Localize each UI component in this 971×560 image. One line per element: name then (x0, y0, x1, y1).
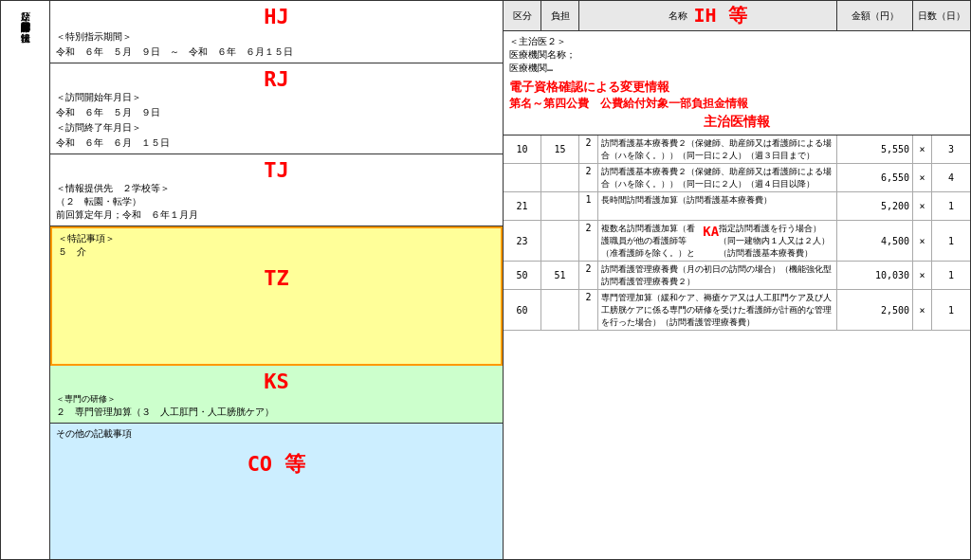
kubun-cell (504, 164, 541, 191)
right-panel: 区分 負担 名称 IH 等 金額（円） 日数（日） ＜主治医２＞ 医療機関名称；… (504, 1, 970, 559)
section-senmon: KS ＜専門の研修＞ ２ 専門管理加算（３ 人工肛門・人工膀胱ケア） (50, 366, 503, 424)
col-futan: 負担 (541, 1, 579, 30)
left-panel-text: 始及び終了年月日・訪問開始年月日・訪問終了年等の状況・情報 (19, 5, 32, 26)
futan-cell: 51 (541, 262, 579, 289)
jouhou-label: ＜情報提供先 ２学校等＞ (56, 182, 497, 195)
table-row: 50512訪問看護管理療養費（月の初日の訪問の場合）（機能強化型訪問看護管理療養… (504, 262, 970, 290)
nissuu-cell: 3 (932, 135, 970, 163)
nissuu-cell: 1 (932, 192, 970, 220)
info-change-notice: 電子資格確認による変更情報 (509, 79, 964, 96)
table-row: 232複数名訪問看護加算（看護職員が他の看護師等（准看護師を除く。）と KA 指… (504, 221, 970, 262)
right-info-section: ＜主治医２＞ 医療機関名称； 医療機関… 電子資格確認による変更情報 第名～第四… (504, 31, 970, 135)
kubun-cell: 23 (504, 221, 541, 261)
table-row: 211長時間訪問看護加算（訪問看護基本療養費）5,200×1 (504, 192, 970, 221)
houmon-shuryo-label: ＜訪問終了年月日＞ (56, 121, 497, 135)
col-name-label: 名称 (669, 9, 687, 23)
desc-cell: 専門管理加算（緩和ケア、褥瘡ケア又は人工肛門ケア及び人工膀胱ケアに係る専門の研修… (598, 290, 837, 330)
info-koseki: 第名～第四公費 公費給付対象一部負担金情報 (509, 96, 964, 112)
kingaku-cell: 6,550 (837, 164, 913, 191)
kingaku-cell: 5,550 (837, 135, 913, 163)
info-kikan2: 医療機関… (509, 62, 964, 75)
kubun-cell: 60 (504, 290, 541, 330)
col-nissuu: 日数（日） (913, 1, 970, 30)
col-kubun: 区分 (504, 1, 541, 30)
ko-cell: 2 (579, 290, 598, 330)
ka-label: KA (703, 223, 719, 242)
info-kikan: 医療機関名称； (509, 48, 964, 62)
kingaku-cell: 5,200 (837, 192, 913, 220)
col-name-ih: 名称 IH 等 (579, 1, 837, 30)
section-houmon: RJ ＜訪問開始年月日＞ 令和 ６年 ５月 ９日 ＜訪問終了年月日＞ 令和 ６年… (50, 63, 503, 154)
tokubetsu-value: 令和 ６年 ５月 ９日 ～ 令和 ６年 ６月１５日 (56, 45, 497, 59)
desc-cell: 複数名訪問看護加算（看護職員が他の看護師等（准看護師を除く。）と KA 指定訪問… (598, 221, 837, 261)
houmon-shuryo-value: 令和 ６年 ６月 １５日 (56, 136, 497, 150)
info-title: ＜主治医２＞ (509, 35, 964, 48)
jouhou-value2: 前回算定年月；令和 ６年１月月 (56, 208, 497, 222)
jouhou-value1: （２ 転園・転学） (56, 195, 497, 208)
houmon-kaishi-value: 令和 ６年 ５月 ９日 (56, 106, 497, 119)
ks-label: KS (56, 370, 497, 393)
tj-label: TJ (56, 158, 497, 182)
co-label: CO 等 (56, 450, 497, 479)
futan-cell (541, 221, 579, 261)
ko-cell: 1 (579, 192, 598, 220)
rj-label: RJ (56, 67, 497, 91)
sign-cell: × (913, 262, 932, 289)
nissuu-cell: 1 (932, 221, 970, 261)
middle-panel: HJ ＜特別指示期間＞ 令和 ６年 ５月 ９日 ～ 令和 ６年 ６月１５日 RJ… (50, 1, 504, 559)
section-tokki: ＜特記事項＞ ５ 介 TZ (50, 226, 503, 366)
tokubetsu-label: ＜特別指示期間＞ (56, 30, 497, 44)
table-row: 10152訪問看護基本療養費２（保健師、助産師又は看護師による場合（ハを除く。）… (504, 135, 970, 164)
kingaku-cell: 4,500 (837, 221, 913, 261)
desc-cell: 訪問看護基本療養費２（保健師、助産師又は看護師による場合（ハを除く。））（同一日… (598, 164, 837, 191)
hj-label: HJ (56, 5, 497, 28)
sign-cell: × (913, 192, 932, 220)
table-row: 602専門管理加算（緩和ケア、褥瘡ケア又は人工肛門ケア及び人工膀胱ケアに係る専門… (504, 290, 970, 331)
desc-cell: 訪問看護管理療養費（月の初日の訪問の場合）（機能強化型訪問看護管理療養費２） (598, 262, 837, 289)
kingaku-cell: 10,030 (837, 262, 913, 289)
kubun-cell: 21 (504, 192, 541, 220)
nissuu-cell: 1 (932, 290, 970, 330)
section-sonota: その他の記載事項 CO 等 (50, 424, 503, 559)
ko-cell: 2 (579, 164, 598, 191)
futan-cell (541, 290, 579, 330)
ih-label: IH 等 (693, 3, 746, 28)
sign-cell: × (913, 164, 932, 191)
sign-cell: × (913, 290, 932, 330)
data-rows: 10152訪問看護基本療養費２（保健師、助産師又は看護師による場合（ハを除く。）… (504, 135, 970, 559)
table-row: 2訪問看護基本療養費２（保健師、助産師又は看護師による場合（ハを除く。））（同一… (504, 164, 970, 192)
sign-cell: × (913, 221, 932, 261)
desc-cell: 訪問看護基本療養費２（保健師、助産師又は看護師による場合（ハを除く。））（同一日… (598, 135, 837, 163)
senmon-value: ２ 専門管理加算（３ 人工肛門・人工膀胱ケア） (56, 406, 497, 419)
left-panel: 始及び終了年月日・訪問開始年月日・訪問終了年等の状況・情報 (1, 1, 50, 559)
ko-cell: 2 (579, 221, 598, 261)
sign-cell: × (913, 135, 932, 163)
nissuu-cell: 4 (932, 164, 970, 191)
kingaku-cell: 2,500 (837, 290, 913, 330)
info-chiji: 主治医情報 (509, 114, 964, 131)
tz-label: TZ (58, 266, 495, 290)
kubun-cell: 10 (504, 135, 541, 163)
futan-cell (541, 164, 579, 191)
desc-cell: 長時間訪問看護加算（訪問看護基本療養費） (598, 192, 837, 220)
houmon-kaishi-label: ＜訪問開始年月日＞ (56, 91, 497, 104)
kubun-cell: 50 (504, 262, 541, 289)
ko-cell: 2 (579, 135, 598, 163)
section-tokubetsu: HJ ＜特別指示期間＞ 令和 ６年 ５月 ９日 ～ 令和 ６年 ６月１５日 (50, 1, 503, 63)
futan-cell (541, 192, 579, 220)
col-kingaku: 金額（円） (837, 1, 913, 30)
tokki-label: ＜特記事項＞ (58, 232, 495, 245)
sonota-label: その他の記載事項 (56, 427, 497, 441)
ko-cell: 2 (579, 262, 598, 289)
section-jouhou: TJ ＜情報提供先 ２学校等＞ （２ 転園・転学） 前回算定年月；令和 ６年１月… (50, 154, 503, 226)
nissuu-cell: 1 (932, 262, 970, 289)
futan-cell: 15 (541, 135, 579, 163)
senmon-label: ＜専門の研修＞ (56, 393, 497, 406)
tokki-value: ５ 介 (58, 245, 495, 259)
right-header: 区分 負担 名称 IH 等 金額（円） 日数（日） (504, 1, 970, 31)
